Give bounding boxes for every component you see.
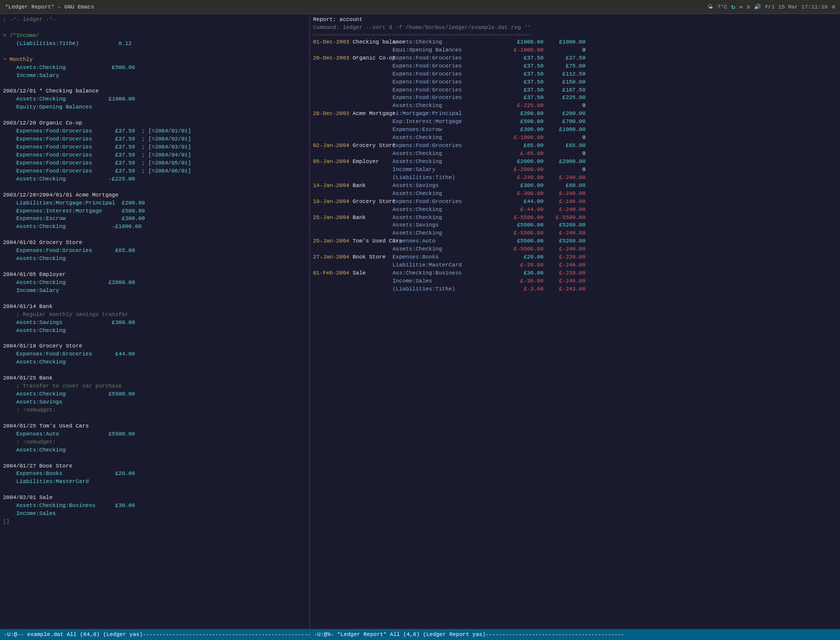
- date: 05-Jan-2004: [313, 158, 352, 164]
- balance-cell: 0: [546, 102, 586, 110]
- account-cell: Assets:Checking: [390, 230, 500, 238]
- table-row: 01-Dec-2003 Checking balanceAssets:Check…: [313, 38, 837, 46]
- account-cell: Equi:Opening Balances: [390, 46, 500, 54]
- date-payee-cell: [313, 262, 390, 270]
- date: 19-Jan-2004: [313, 198, 352, 204]
- amount-cell: £-1000.00: [500, 134, 546, 142]
- account-cell: Expens:Food:Groceries: [390, 94, 500, 102]
- amount-cell: £-5500.00: [500, 214, 546, 222]
- table-row: 25-Jan-2004 BankAssets:Checking£-5500.00…: [313, 214, 837, 222]
- account-cell: Assets:Checking: [390, 158, 500, 166]
- right-pane[interactable]: Report: account Command: ledger --sort d…: [310, 14, 840, 629]
- editor-line: 2004/01/14 Bank: [3, 303, 306, 311]
- table-row: Equi:Opening Balances£-1000.000: [313, 46, 837, 54]
- editor-line: Expenses:Food:Groceries £65.00: [3, 247, 306, 255]
- titlebar: *Ledger Report* - GNU Emacs 🌤 7°C ↻ ✉ ⇅ …: [0, 0, 840, 14]
- editor-line: Assets:Checking: [3, 358, 306, 366]
- table-row: Liabilitie:MasterCard£-20.00£-240.00: [313, 262, 837, 270]
- table-row: 02-Jan-2004 Grocery StoreExpens:Food:Gro…: [313, 142, 837, 150]
- date-payee-cell: 25-Jan-2004 Tom's Used Cars: [313, 238, 390, 246]
- table-row: Assets:Checking£-225.000: [313, 102, 837, 110]
- date: 02-Jan-2004: [313, 142, 352, 148]
- account-cell: Expens:Food:Groceries: [390, 78, 500, 86]
- date: 01-Dec-2003: [313, 39, 352, 45]
- balance-cell: £1000.00: [546, 126, 586, 134]
- amount-cell: £-225.00: [500, 102, 546, 110]
- editor-line: 2004/01/05 Employer: [3, 271, 306, 279]
- amount-cell: £300.00: [500, 126, 546, 134]
- editor-line: 2003/12/28=2004/01/01 Acme Mortgage: [3, 192, 306, 200]
- report-header: Report: account Command: ledger --sort d…: [313, 16, 837, 32]
- editor-line: 2004/01/25 Tom's Used Cars: [3, 422, 306, 430]
- editor-line: Income:Sales: [3, 510, 306, 518]
- editor-line: Assets:Savings £300.00: [3, 319, 306, 327]
- balance-cell: £-5500.00: [546, 214, 586, 222]
- balance-cell: £65.00: [546, 142, 586, 150]
- balance-cell: £-196.00: [546, 198, 586, 206]
- table-row: (Liabilities:Tithe)£-3.60£-243.60: [313, 286, 837, 294]
- payee: Grocery Store: [352, 142, 396, 148]
- editor-line: Assets:Checking £500.00: [3, 64, 306, 72]
- payee: Bank: [352, 214, 366, 220]
- date-payee-cell: 01-Dec-2003 Checking balance: [313, 38, 390, 46]
- date-payee-cell: [313, 78, 390, 86]
- balance-cell: 0: [546, 46, 586, 54]
- editor-line: (Liabilities:Tithe) 0.12: [3, 40, 306, 48]
- balance-cell: £-240.00: [546, 206, 586, 214]
- left-pane[interactable]: ; -*- ledger -*- = /*Income/ (Liabilitie…: [0, 14, 310, 629]
- account-cell: Expenses:Escrow: [390, 126, 500, 134]
- editor-line: Expenses:Food:Groceries £37.50 ; [=2004/…: [3, 160, 306, 168]
- account-cell: Assets:Savings: [390, 182, 500, 190]
- balance-cell: £60.00: [546, 182, 586, 190]
- account-cell: Expens:Food:Groceries: [390, 198, 500, 206]
- date-payee-cell: 25-Jan-2004 Bank: [313, 214, 390, 222]
- refresh-icon[interactable]: ↻: [731, 2, 735, 11]
- payee: Grocery Store: [352, 198, 396, 204]
- editor-line: ~ Monthly: [3, 56, 306, 64]
- table-row: Expenses:Escrow£300.00£1000.00: [313, 126, 837, 134]
- editor-line: Expenses:Auto £5500.00: [3, 430, 306, 438]
- editor-line: [3, 454, 306, 462]
- balance-cell: 0: [546, 150, 586, 158]
- balance-cell: £-243.60: [546, 286, 586, 294]
- amount-cell: £1000.00: [500, 38, 546, 46]
- report-separator: ========================================…: [313, 32, 837, 38]
- editor-line: Assets:Checking £1000.00: [3, 96, 306, 104]
- date-payee-cell: 28-Dec-2003 Acme Mortgage: [313, 110, 390, 118]
- amount-cell: £-65.00: [500, 150, 546, 158]
- account-cell: Li:Mortgage:Principal: [390, 110, 500, 118]
- date-payee-cell: 02-Jan-2004 Grocery Store: [313, 142, 390, 150]
- titlebar-title: *Ledger Report* - GNU Emacs: [5, 4, 94, 10]
- balance-cell: £112.50: [546, 70, 586, 78]
- editor-line: [3, 486, 306, 494]
- editor-line: 2004/02/01 Sale: [3, 494, 306, 502]
- table-row: Expens:Food:Groceries£37.50£112.50: [313, 70, 837, 78]
- account-cell: Assets:Checking: [390, 214, 500, 222]
- amount-cell: £37.50: [500, 54, 546, 62]
- account-cell: Assets:Checking: [390, 150, 500, 158]
- date-payee-cell: 27-Jan-2004 Book Store: [313, 254, 390, 262]
- table-row: Expens:Food:Groceries£37.50£187.50: [313, 86, 837, 94]
- amount-cell: £500.00: [500, 118, 546, 126]
- table-row: Expens:Food:Groceries£37.50£75.00: [313, 62, 837, 70]
- table-row: Assets:Checking£-300.00£-240.00: [313, 190, 837, 198]
- editor-line: Liabilities:MasterCard: [3, 478, 306, 486]
- report-title: Report: account: [313, 16, 837, 24]
- editor-line: Expenses:Escrow £300.00: [3, 215, 306, 223]
- balance-cell: £-240.00: [546, 262, 586, 270]
- date: 28-Dec-2003: [313, 110, 352, 116]
- statusbar: -U:@-- example.dat All (64,0) (Ledger ya…: [0, 629, 840, 640]
- editor-line: [3, 231, 306, 239]
- account-cell: Assets:Checking: [390, 190, 500, 198]
- editor-line: Liabilities:Mortgage:Principal £200.00: [3, 200, 306, 208]
- clock: Fri 15 Mar 17:11:19: [765, 4, 828, 10]
- settings-icon[interactable]: ⚙: [832, 4, 835, 10]
- account-cell: Liabilitie:MasterCard: [390, 262, 500, 270]
- balance-cell: 0: [546, 134, 586, 142]
- amount-cell: £5500.00: [500, 222, 546, 230]
- editor-line: 2004/01/27 Book Store: [3, 462, 306, 470]
- balance-cell: £75.00: [546, 62, 586, 70]
- balance-cell: £150.00: [546, 78, 586, 86]
- table-row: Assets:Checking£-5500.00£-240.00: [313, 246, 837, 254]
- statusbar-left: -U:@-- example.dat All (64,0) (Ledger ya…: [0, 632, 310, 638]
